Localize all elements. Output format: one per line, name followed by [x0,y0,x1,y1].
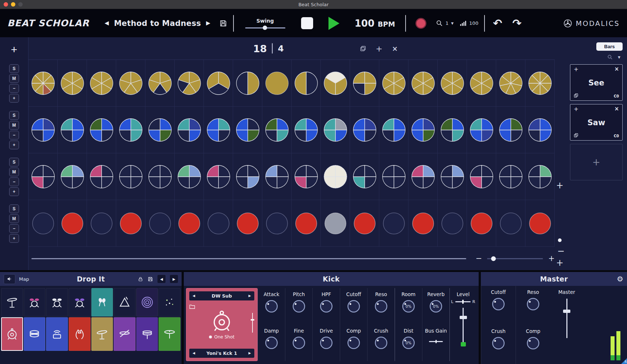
record-button[interactable] [415,18,426,29]
knob[interactable] [491,336,506,351]
knob[interactable] [346,335,361,350]
row-mute-button[interactable]: M [9,74,19,83]
vertical-zoom-handle[interactable] [558,238,562,242]
drum-tile-electronic-snare[interactable] [46,317,68,351]
knob[interactable] [264,299,279,314]
bpm-value[interactable]: 100 [355,18,375,29]
add-sound-card[interactable]: + [570,144,623,180]
beat-cell[interactable] [145,60,175,106]
row-add-button[interactable]: + [9,141,19,149]
beat-cell[interactable] [467,60,496,106]
knob[interactable] [346,299,361,314]
beat-cell[interactable] [408,153,438,200]
scrollbar-track[interactable] [31,258,466,259]
beat-cell[interactable] [438,107,467,153]
sound-card[interactable]: +×SeeC0 [570,64,623,101]
drum-tile-snare[interactable] [24,317,46,351]
beat-cell[interactable] [350,153,379,200]
plus-icon[interactable]: + [574,66,578,73]
row-solo-button[interactable]: S [9,158,19,166]
time-sig-beats[interactable]: 18 [253,43,267,54]
beat-cell[interactable] [467,200,496,246]
map-label[interactable]: Map [19,276,29,282]
beat-cell[interactable] [87,107,116,153]
grid-zoom-handle[interactable] [491,256,496,261]
beat-cell[interactable] [28,107,58,153]
lock-icon[interactable] [138,276,143,282]
drum-tile-clap[interactable] [69,317,91,351]
drum-tile-drum-kit-purple[interactable] [69,288,91,317]
grid-zoom-slider[interactable] [487,258,543,259]
beat-cell[interactable] [58,200,87,246]
percent-knob[interactable]: 0% [428,299,444,314]
beat-cell[interactable] [350,107,379,153]
beat-cell[interactable] [379,107,408,153]
row-mute-button[interactable]: M [9,121,19,130]
beat-cell[interactable] [233,107,262,153]
beat-cell[interactable] [408,60,438,106]
volume-control[interactable]: 100 [459,20,478,27]
drum-tile-closed-hihat[interactable] [136,317,158,351]
beat-cell[interactable] [321,200,350,246]
next-bank-button[interactable]: ▶ [248,294,251,298]
beat-cell[interactable] [292,107,321,153]
row-remove-button[interactable]: − [9,84,19,93]
pan-slider[interactable] [455,301,471,302]
beat-cell[interactable] [262,107,292,153]
row-solo-button[interactable]: S [9,204,19,213]
sound-card[interactable]: +×SawC0 [570,104,623,141]
swing-slider-handle[interactable] [263,26,267,30]
add-bar-icon[interactable]: + [376,44,382,53]
zoom-window-button[interactable] [18,2,23,7]
next-preset-button[interactable]: ▶ [206,20,210,26]
beat-cell[interactable] [145,107,175,153]
sample-selector[interactable]: ◀ Yoni's Kck 1 ▶ [189,349,254,358]
knob[interactable] [291,335,307,350]
beat-cell[interactable] [262,60,292,106]
zoom-control[interactable]: 1 ▼ [436,20,453,27]
beat-cell[interactable] [233,60,262,106]
close-window-button[interactable] [4,2,8,7]
zoom-out-button[interactable]: − [476,254,482,263]
beat-cell[interactable] [233,200,262,246]
drum-tile-drum-kit-pink[interactable] [24,288,46,317]
master-fader-handle[interactable] [563,310,570,313]
beat-cell[interactable] [438,153,467,200]
level-fader-handle[interactable] [460,316,467,319]
beat-cell[interactable] [262,200,292,246]
undo-button[interactable]: ↶ [493,18,502,29]
knob[interactable] [373,335,389,350]
save-kit-icon[interactable] [148,276,153,282]
beat-cell[interactable] [292,200,321,246]
pan-handle[interactable] [462,300,464,304]
drum-tile-percussion-sparkle[interactable] [159,288,180,317]
preset-name[interactable]: Method to Madness [114,19,201,28]
drum-tile-ride[interactable] [159,317,180,351]
drum-tile-shaker[interactable] [91,288,113,317]
beat-cell[interactable] [175,60,204,106]
prev-sample-button[interactable]: ◀ [193,352,195,355]
beat-cell[interactable] [204,60,233,106]
beat-cell[interactable] [321,153,350,200]
beat-cell[interactable] [116,153,145,200]
drum-tile-crash[interactable] [91,317,113,351]
beat-cell[interactable] [204,200,233,246]
row-mute-button[interactable]: M [9,214,19,223]
vertical-zoom-in-button[interactable]: + [556,258,563,268]
beat-cell[interactable] [28,200,58,246]
knob[interactable] [319,299,334,314]
beat-cell[interactable] [175,107,204,153]
time-sig-division[interactable]: 4 [278,44,284,53]
beat-cell[interactable] [321,107,350,153]
sample-gain-slider[interactable] [251,313,254,333]
beat-cell[interactable] [438,60,467,106]
beat-cell[interactable] [292,60,321,106]
beat-cell[interactable] [58,153,87,200]
drum-tile-triangle[interactable] [114,288,136,317]
beat-cell[interactable] [58,60,87,106]
row-remove-button[interactable]: − [9,131,19,139]
drum-tile-drum-kit-white[interactable] [46,288,68,317]
row-solo-button[interactable]: S [9,64,19,73]
beat-cell[interactable] [379,153,408,200]
beat-cell[interactable] [496,60,525,106]
